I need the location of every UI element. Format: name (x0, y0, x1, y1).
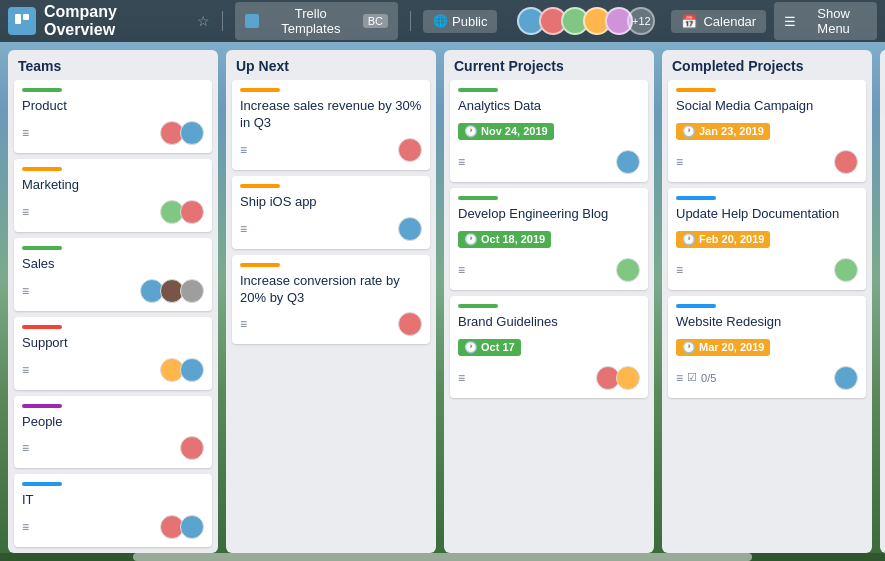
card-conversion-rate-footer: ≡ (240, 312, 422, 336)
card-avatars (834, 366, 858, 390)
card-sales-footer: ≡ (22, 279, 204, 303)
show-menu-button[interactable]: ☰ Show Menu (774, 2, 877, 40)
card-dev-blog-title: Develop Engineering Blog (458, 206, 640, 223)
menu-icon: ☰ (784, 14, 796, 29)
card-social-media[interactable]: Social Media Campaign 🕐 Jan 23, 2019 ≡ (668, 80, 866, 182)
board-template-button[interactable]: Trello Templates BC (235, 2, 398, 40)
menu-label: Show Menu (800, 6, 867, 36)
card-support-footer: ≡ (22, 358, 204, 382)
card-people-icons: ≡ (22, 441, 29, 455)
card-brand-guidelines-footer: ≡ (458, 366, 640, 390)
scrollbar-thumb[interactable] (133, 553, 753, 561)
horizontal-scrollbar[interactable] (0, 553, 885, 561)
card-social-media-title: Social Media Campaign (676, 98, 858, 115)
card-icons: ≡ (458, 263, 465, 277)
card-accent-purple (22, 404, 62, 408)
card-sales-avatars (140, 279, 204, 303)
lines-icon: ≡ (240, 143, 247, 157)
card-sales-title: Sales (22, 256, 204, 273)
checklist-icon: ☑ (687, 371, 697, 384)
clock-icon: 🕐 (464, 125, 478, 138)
lines-icon: ≡ (458, 371, 465, 385)
checklist-count: 0/5 (701, 372, 716, 384)
card-accent-orange (676, 88, 716, 92)
card-conversion-rate[interactable]: Increase conversion rate by 20% by Q3 ≡ (232, 255, 430, 345)
card-analytics-data[interactable]: Analytics Data 🕐 Nov 24, 2019 ≡ (450, 80, 648, 182)
card-avatar (180, 436, 204, 460)
card-people[interactable]: People ≡ (14, 396, 212, 469)
lines-icon: ≡ (240, 317, 247, 331)
lines-icon: ≡ (22, 126, 29, 140)
avatar-overflow-count[interactable]: +12 (627, 7, 655, 35)
card-avatar (180, 121, 204, 145)
card-website-redesign[interactable]: Website Redesign 🕐 Mar 20, 2019 ≡ ☑ 0/5 (668, 296, 866, 398)
calendar-button[interactable]: 📅 Calendar (671, 10, 766, 33)
app-logo[interactable] (8, 7, 36, 35)
lines-icon: ≡ (22, 441, 29, 455)
card-brand-guidelines-title: Brand Guidelines (458, 314, 640, 331)
header-divider-2 (410, 11, 411, 31)
clock-icon: 🕐 (464, 341, 478, 354)
card-ship-ios[interactable]: Ship iOS app ≡ (232, 176, 430, 249)
card-it-icons: ≡ (22, 520, 29, 534)
card-analytics-title: Analytics Data (458, 98, 640, 115)
card-avatars (398, 217, 422, 241)
public-label: Public (452, 14, 487, 29)
lines-icon: ≡ (240, 222, 247, 236)
card-accent-orange (240, 184, 280, 188)
card-website-redesign-footer: ≡ ☑ 0/5 (676, 366, 858, 390)
lines-icon: ≡ (22, 520, 29, 534)
card-avatars (596, 366, 640, 390)
card-sales[interactable]: Sales ≡ (14, 238, 212, 311)
card-marketing-icons: ≡ (22, 205, 29, 219)
card-marketing-footer: ≡ (22, 200, 204, 224)
card-avatar (834, 258, 858, 282)
card-help-docs-footer: ≡ (676, 258, 858, 282)
card-product-title: Product (22, 98, 204, 115)
card-brand-guidelines[interactable]: Brand Guidelines 🕐 Oct 17 ≡ (450, 296, 648, 398)
card-avatars (398, 312, 422, 336)
card-ship-ios-footer: ≡ (240, 217, 422, 241)
card-avatars (398, 138, 422, 162)
board-badge: BC (363, 14, 388, 28)
card-marketing[interactable]: Marketing ≡ (14, 159, 212, 232)
board-title: Company Overview (44, 3, 189, 39)
calendar-label: Calendar (703, 14, 756, 29)
star-icon[interactable]: ☆ (197, 13, 210, 29)
column-completed-projects-header: Completed Projects (662, 50, 872, 80)
card-help-docs-title: Update Help Documentation (676, 206, 858, 223)
card-analytics-footer: ≡ (458, 150, 640, 174)
header-divider (222, 11, 223, 31)
lines-icon: ≡ (676, 155, 683, 169)
card-sales-revenue[interactable]: Increase sales revenue by 30% in Q3 ≡ (232, 80, 430, 170)
column-completed-projects: Completed Projects Social Media Campaign… (662, 50, 872, 553)
globe-icon: 🌐 (433, 14, 448, 28)
card-icons: ≡ (240, 143, 247, 157)
card-accent-blue (22, 482, 62, 486)
card-sales-icons: ≡ (22, 284, 29, 298)
card-product-footer: ≡ (22, 121, 204, 145)
card-product-icons: ≡ (22, 126, 29, 140)
card-icons: ≡ (240, 317, 247, 331)
public-button[interactable]: 🌐 Public (423, 10, 497, 33)
card-avatar (616, 150, 640, 174)
card-it[interactable]: IT ≡ (14, 474, 212, 547)
lines-icon: ≡ (676, 263, 683, 277)
card-help-docs[interactable]: Update Help Documentation 🕐 Feb 20, 2019… (668, 188, 866, 290)
card-ship-ios-title: Ship iOS app (240, 194, 422, 211)
svg-rect-0 (15, 14, 21, 24)
column-teams-header: Teams (8, 50, 218, 80)
card-product[interactable]: Product ≡ (14, 80, 212, 153)
card-support-icons: ≡ (22, 363, 29, 377)
card-support[interactable]: Support ≡ (14, 317, 212, 390)
clock-icon: 🕐 (682, 341, 696, 354)
header: Company Overview ☆ Trello Templates BC 🌐… (0, 0, 885, 42)
lines-icon: ≡ (22, 363, 29, 377)
column-teams-cards: Product ≡ Marketing ≡ (8, 80, 218, 553)
card-support-avatars (160, 358, 204, 382)
member-avatars[interactable]: +12 (509, 7, 655, 35)
card-avatar (398, 138, 422, 162)
column-up-next-cards: Increase sales revenue by 30% in Q3 ≡ Sh… (226, 80, 436, 350)
column-completed-projects-cards: Social Media Campaign 🕐 Jan 23, 2019 ≡ (662, 80, 872, 404)
card-dev-blog[interactable]: Develop Engineering Blog 🕐 Oct 18, 2019 … (450, 188, 648, 290)
